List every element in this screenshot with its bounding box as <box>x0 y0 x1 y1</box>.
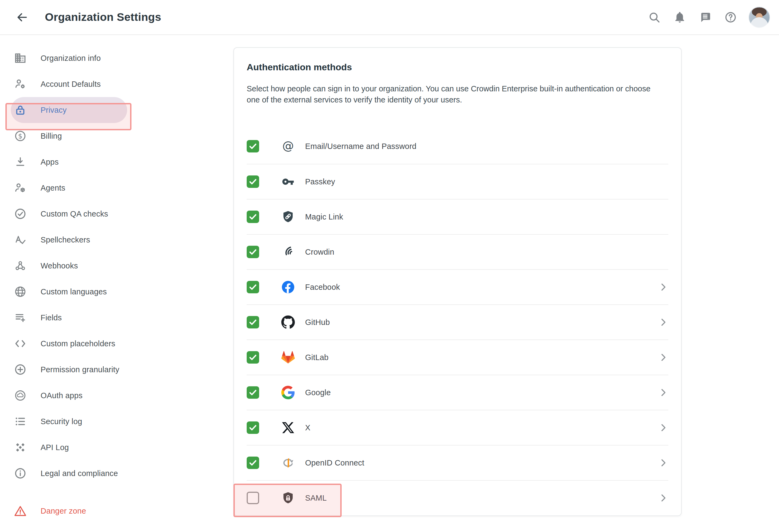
sidebar-item-label: Permission granularity <box>41 365 119 374</box>
sidebar-item-apps[interactable]: Apps <box>11 149 127 175</box>
auth-method-label: GitLab <box>305 353 328 362</box>
list-bullets-icon <box>14 415 26 428</box>
search-icon[interactable] <box>648 11 661 23</box>
auth-method-row-google: Google <box>247 375 668 410</box>
info-circle-icon <box>14 467 26 479</box>
sidebar-item-custom-languages[interactable]: Custom languages <box>11 279 127 305</box>
auth-method-label: GitHub <box>305 318 330 327</box>
sidebar-item-organization-info[interactable]: Organization info <box>11 45 127 71</box>
sidebar-item-label: Danger zone <box>41 507 86 516</box>
globe-icon <box>14 285 26 298</box>
header-actions <box>635 11 737 23</box>
page-title: Organization Settings <box>45 11 161 23</box>
sidebar-item-custom-placeholders[interactable]: Custom placeholders <box>11 331 127 356</box>
auth-method-checkbox[interactable] <box>247 281 259 293</box>
shield-link-icon <box>281 210 295 223</box>
chevron-right-icon[interactable] <box>658 282 668 292</box>
openid-icon <box>281 456 295 470</box>
chevron-right-icon[interactable] <box>658 458 668 468</box>
chevron-right-icon[interactable] <box>658 422 668 433</box>
crowdin-icon <box>281 245 295 259</box>
sidebar-item-agents[interactable]: Agents <box>11 175 127 201</box>
svg-text:@: @ <box>282 139 294 152</box>
at-icon: @ <box>281 139 295 153</box>
sidebar-item-label: Billing <box>41 132 62 141</box>
sidebar-item-label: Organization info <box>41 54 101 63</box>
auth-method-row-openid-connect: OpenID Connect <box>247 445 668 480</box>
google-icon <box>281 386 295 399</box>
auth-method-checkbox[interactable] <box>247 351 259 363</box>
code-brackets-icon <box>14 337 26 350</box>
sidebar-item-webhooks[interactable]: Webhooks <box>11 253 127 279</box>
auth-method-checkbox[interactable] <box>247 386 259 399</box>
auth-method-row-x: X <box>247 410 668 445</box>
sidebar-nav: Organization info Account Defaults Priva… <box>0 45 233 524</box>
main-layout: Organization info Account Defaults Priva… <box>0 35 779 524</box>
saml-shield-icon <box>281 491 295 505</box>
auth-method-checkbox[interactable] <box>247 421 259 434</box>
card-description: Select how people can sign in to your or… <box>247 83 665 106</box>
warning-triangle-icon <box>14 505 26 517</box>
sidebar-item-label: Custom placeholders <box>41 339 115 348</box>
auth-method-label: Google <box>305 388 331 397</box>
auth-methods-list: @ Email/Username and Password Passkey Ma… <box>247 129 668 515</box>
auth-method-row-saml: SAML <box>247 480 668 515</box>
download-icon <box>14 156 26 168</box>
sidebar-item-label: Webhooks <box>41 261 78 270</box>
sidebar-item-label: Custom languages <box>41 287 107 296</box>
sidebar-item-label: Spellcheckers <box>41 236 90 244</box>
person-gear-icon <box>14 78 26 90</box>
gitlab-icon <box>281 351 295 364</box>
sidebar-item-account-defaults[interactable]: Account Defaults <box>11 71 127 97</box>
dollar-circle-icon: $ <box>14 130 26 142</box>
auth-method-checkbox[interactable] <box>247 316 259 328</box>
app-header: Organization Settings <box>0 0 779 35</box>
auth-method-checkbox[interactable] <box>247 246 259 258</box>
sidebar-item-label: Fields <box>41 313 62 322</box>
sidebar-item-danger-zone[interactable]: Danger zone <box>11 498 127 524</box>
github-icon <box>281 316 295 329</box>
auth-method-checkbox[interactable] <box>247 211 259 223</box>
auth-method-row-magic-link: Magic Link <box>247 199 668 234</box>
plus-circle-icon <box>14 363 26 376</box>
auth-method-label: Email/Username and Password <box>305 142 417 151</box>
chevron-right-icon[interactable] <box>658 352 668 362</box>
bell-icon[interactable] <box>673 11 686 23</box>
sidebar-item-label: Privacy <box>41 106 67 115</box>
auth-method-label: SAML <box>305 493 327 503</box>
list-plus-icon <box>14 312 26 324</box>
sidebar-item-security-log[interactable]: Security log <box>11 408 127 435</box>
sidebar-item-spellcheckers[interactable]: Spellcheckers <box>11 227 127 253</box>
sidebar-item-api-log[interactable]: API Log <box>11 435 127 460</box>
diamonds-icon <box>14 441 26 454</box>
auth-method-row-passkey: Passkey <box>247 164 668 199</box>
sidebar-item-legal-and-compliance[interactable]: Legal and compliance <box>11 460 127 486</box>
auth-method-checkbox[interactable] <box>247 176 259 188</box>
sidebar-item-label: Account Defaults <box>41 80 101 89</box>
chevron-right-icon[interactable] <box>658 317 668 327</box>
sidebar-item-label: Custom QA checks <box>41 209 108 218</box>
auth-method-row-gitlab: GitLab <box>247 339 668 375</box>
sidebar-item-billing[interactable]: $ Billing <box>11 123 127 149</box>
back-arrow-icon[interactable] <box>15 10 29 24</box>
spellcheck-icon <box>14 234 26 246</box>
sidebar-item-privacy[interactable]: Privacy <box>11 97 127 123</box>
auth-method-checkbox[interactable] <box>247 140 259 152</box>
chevron-right-icon[interactable] <box>658 493 668 503</box>
sidebar-item-label: API Log <box>41 443 69 452</box>
sidebar-item-permission-granularity[interactable]: Permission granularity <box>11 356 127 383</box>
sidebar-item-oauth-apps[interactable]: OAuth apps <box>11 383 127 408</box>
sidebar-item-fields[interactable]: Fields <box>11 305 127 331</box>
settings-sidebar: Organization info Account Defaults Priva… <box>0 35 233 524</box>
user-avatar[interactable] <box>749 7 770 28</box>
auth-method-label: Crowdin <box>305 248 334 257</box>
sidebar-item-custom-qa-checks[interactable]: Custom QA checks <box>11 201 127 227</box>
auth-method-checkbox[interactable] <box>247 492 259 504</box>
auth-method-row-email-password: @ Email/Username and Password <box>247 129 668 164</box>
cloud-circle-icon <box>14 389 26 402</box>
help-icon[interactable] <box>724 11 737 23</box>
auth-method-checkbox[interactable] <box>247 457 259 469</box>
building-icon <box>14 52 26 64</box>
chat-icon[interactable] <box>699 11 711 23</box>
chevron-right-icon[interactable] <box>658 387 668 398</box>
